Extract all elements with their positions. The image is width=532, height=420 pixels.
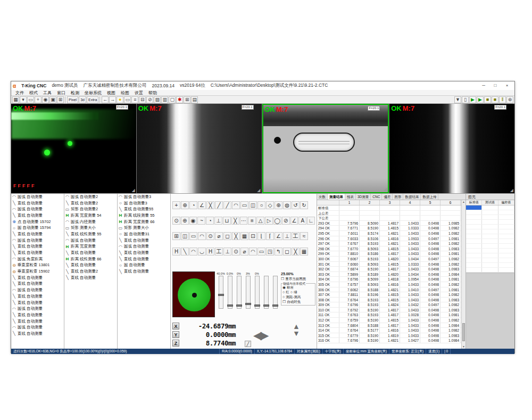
results-tab-测量结果[interactable]: 测量结果 (328, 194, 345, 200)
slider-track[interactable] (246, 276, 251, 309)
slider-thumb[interactable] (236, 304, 242, 307)
list-item[interactable]: ◠圆弧 自动测量3 (118, 194, 170, 200)
measure-tool-icon[interactable]: ⊥ (223, 248, 231, 256)
list-item[interactable]: ╲直线 自动测量 (118, 256, 170, 262)
results-tab-次数[interactable]: 次数 (317, 194, 328, 200)
light-slider[interactable]: 0% (235, 272, 243, 318)
measure-tool-icon[interactable]: + (172, 201, 180, 209)
menu-item-帮助[interactable]: 帮助 (146, 90, 160, 96)
list-item[interactable]: ○圆 自动测量31 (118, 231, 170, 237)
results-tab-3D测量[interactable]: 3D测量 (356, 194, 371, 200)
radio-red-green[interactable]: ○红○绿 (282, 290, 314, 294)
results-tab-图形[interactable]: 图形 (393, 194, 403, 200)
menu-item-模式[interactable]: 模式 (27, 90, 40, 96)
measure-tool-icon[interactable]: ⊔ (223, 217, 231, 225)
measure-tool-icon[interactable]: ◫ (249, 201, 257, 209)
list-item[interactable]: ⊖垂直度检查 13801 (11, 262, 64, 269)
measure-tool-icon[interactable]: ▦ (300, 248, 308, 256)
list-item[interactable]: ○圆 自动测量 15794 (11, 225, 64, 231)
menu-item-工具[interactable]: 工具 (40, 90, 54, 96)
slider-thumb[interactable] (245, 303, 251, 305)
columns-icon[interactable]: ▥ (161, 96, 168, 103)
result-row[interactable]: 311 OK7.67638.51931.48171.00280.04981.09… (317, 312, 461, 318)
measure-tool-icon[interactable]: ◠ (189, 248, 197, 256)
measure-tool-icon[interactable]: ⊕ (181, 217, 189, 225)
menu-item-文件[interactable]: 文件 (13, 90, 27, 96)
resize-corner-icon[interactable]: ◢ (132, 188, 135, 193)
crosshair-icon[interactable]: + (35, 96, 41, 103)
measure-tool-icon[interactable]: ⌊ (257, 232, 265, 240)
resize-corner-icon[interactable]: ◢ (257, 188, 260, 193)
list-item[interactable]: ◠圆弧 自动测量 (11, 194, 64, 200)
result-row[interactable]: 309 OK7.67968.51931.48241.04320.04971.09… (317, 302, 461, 308)
list-item[interactable]: ◠圆弧 自动测量 (11, 287, 64, 293)
menu-item-视图[interactable]: 视图 (104, 90, 118, 96)
list-item[interactable]: ◠圆弧 自动测量 (11, 324, 64, 331)
measure-tool-icon[interactable]: ⊕ (181, 201, 189, 209)
measure-tool-icon[interactable]: ╲ (181, 248, 189, 256)
measure-tool-icon[interactable]: ◍ (283, 201, 291, 209)
measure-tool-icon[interactable]: ○ (257, 201, 265, 209)
list-item[interactable]: ╲直线 自动测量 (11, 318, 64, 325)
list-item[interactable]: ╲直线 自动测量 (11, 300, 64, 306)
list-item[interactable]: ▭矩形 测量大小 (64, 225, 117, 231)
camera-panel-3[interactable]: OKM:7 F=20.1 ◢ (262, 104, 389, 193)
slider-thumb[interactable] (227, 304, 233, 307)
scroll-down-icon[interactable]: ▼ (462, 345, 466, 349)
element-row[interactable] (466, 215, 514, 220)
measure-tool-icon[interactable]: 工 (215, 248, 223, 256)
result-row[interactable]: 305 OK7.67578.50931.48161.04330.04981.09… (317, 282, 461, 287)
light-bulb-icon[interactable]: ● (117, 96, 123, 103)
element-row[interactable] (466, 244, 514, 249)
measure-tool-icon[interactable]: ▷ (265, 217, 273, 225)
camera-panel-2[interactable]: OKM:7 F=20.1 ◢ (137, 104, 262, 193)
element-row[interactable] (466, 249, 514, 253)
list-item[interactable]: ◠圆弧 自动测量 (11, 306, 64, 312)
measure-tool-icon[interactable]: ◯ (273, 217, 281, 225)
run-once-icon[interactable]: ▶ (477, 96, 484, 103)
slider-track[interactable] (255, 276, 260, 309)
nav-left-icon[interactable]: ← (102, 96, 109, 103)
light-slider[interactable] (262, 272, 270, 318)
measure-tool-icon[interactable]: ◔ (206, 217, 214, 225)
jog-left-icon[interactable]: ◀ (253, 329, 260, 341)
list-item[interactable]: ▭矩形 自动测量2 (64, 206, 117, 212)
measure-tool-icon[interactable]: ↺ (292, 201, 300, 209)
measure-tool-icon[interactable]: ∠ (290, 217, 298, 225)
list-item[interactable]: ╲直线 自动测量 (11, 312, 64, 318)
zoom-icon[interactable]: ⊘ (146, 96, 153, 103)
target-icon[interactable]: ◉ (42, 96, 49, 103)
target-view[interactable] (172, 271, 215, 317)
measure-tool-icon[interactable]: △ (256, 217, 264, 225)
pause-icon[interactable]: ‖ (499, 96, 506, 103)
measure-tool-icon[interactable]: H (206, 248, 214, 256)
measure-tool-icon[interactable]: ▭ (257, 248, 265, 256)
result-row[interactable]: 303 OK7.58998.51891.48201.04340.04981.09… (317, 272, 461, 277)
measure-tool-icon[interactable]: ∠ (275, 232, 282, 240)
result-row[interactable]: 302 OK7.68748.51901.48171.04330.04981.09… (317, 267, 461, 272)
list-item[interactable]: ╲直线 自动测量 (118, 268, 170, 275)
list-item[interactable]: ◠圆弧 自动测量 (11, 206, 64, 212)
list-item[interactable]: H距离 宽度测量 (64, 244, 117, 250)
measure-tool-icon[interactable]: ⊘ (282, 217, 290, 225)
result-row[interactable]: 299 OK7.88108.51861.48171.04330.04981.09… (317, 251, 461, 257)
autofocus-checkbox[interactable]: ☐自动对焦 (282, 299, 314, 304)
result-row[interactable]: 297 OK7.67678.51931.48211.04330.04981.09… (317, 241, 461, 246)
slider-thumb[interactable] (254, 304, 260, 307)
list-icon[interactable]: ≡ (131, 96, 138, 103)
measure-tool-icon[interactable]: ╳ (206, 201, 214, 209)
slider-thumb[interactable] (263, 304, 269, 307)
result-row[interactable]: 298 OK7.67708.50931.48151.04330.04981.09… (317, 246, 461, 252)
quad-view-icon[interactable]: ⊞ (57, 96, 64, 103)
measure-tool-icon[interactable]: ⌈ (266, 232, 274, 240)
measure-tool-icon[interactable]: ▭ (189, 232, 197, 240)
slider-thumb[interactable] (218, 294, 224, 296)
results-tab-CNC[interactable]: CNC (371, 194, 382, 200)
measure-tool-icon[interactable]: ∟ (307, 217, 315, 225)
measure-tool-icon[interactable]: ⊕ (275, 201, 282, 209)
frame-icon[interactable]: ▭ (124, 96, 131, 103)
slider-track[interactable] (219, 276, 223, 309)
list-item[interactable]: ╲直线 自动测量55 (118, 206, 170, 212)
list-item[interactable]: ╲直线 自动测量 (11, 293, 64, 300)
measure-tool-icon[interactable]: ◻ (283, 248, 291, 256)
